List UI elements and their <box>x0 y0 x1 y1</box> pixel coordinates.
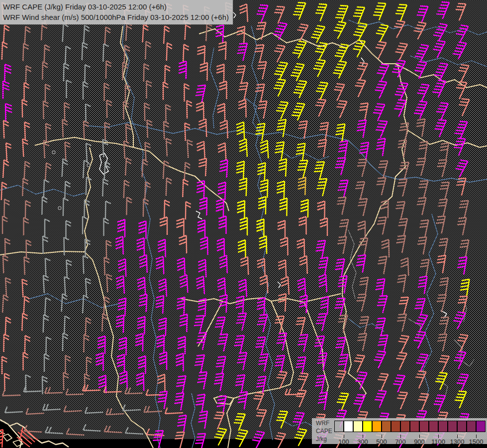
wind-barb <box>158 318 166 336</box>
wind-barb <box>453 80 467 99</box>
legend-label-param: CAPE <box>316 427 332 435</box>
wind-barb <box>213 315 225 335</box>
wind-barb <box>396 295 408 315</box>
legend-tick-value: 500 <box>372 438 391 446</box>
wind-barb <box>393 390 407 409</box>
wind-barb <box>66 388 84 395</box>
wind-barb <box>104 162 110 180</box>
wind-barb <box>414 3 428 23</box>
wind-barb <box>126 124 131 142</box>
wind-barb <box>167 43 172 61</box>
wind-barb <box>296 119 307 138</box>
wind-barb <box>2 42 7 60</box>
wind-barb <box>22 313 27 331</box>
wind-barb <box>43 315 49 333</box>
wind-barb <box>117 298 126 316</box>
legend-tick <box>419 435 420 438</box>
wind-barb <box>293 316 305 335</box>
border-line <box>214 396 234 404</box>
wind-barb <box>454 372 468 391</box>
wind-barb <box>136 373 144 391</box>
wind-barb <box>332 59 346 78</box>
wind-barb <box>219 81 227 99</box>
wind-barb <box>314 239 325 258</box>
wind-barb <box>84 121 89 139</box>
wind-barb <box>300 200 308 218</box>
wind-barb <box>351 392 365 412</box>
wind-barb <box>431 78 446 98</box>
wind-barb <box>106 61 111 79</box>
wind-barb <box>415 196 426 215</box>
wind-barb <box>375 137 385 156</box>
wind-barb <box>395 312 406 332</box>
wind-barb <box>400 258 408 276</box>
wind-barb <box>163 161 169 179</box>
wind-barb <box>372 0 386 20</box>
legend-cell <box>476 421 486 432</box>
wind-barb <box>337 353 348 372</box>
wind-barb <box>200 237 208 255</box>
wind-barb <box>279 198 287 216</box>
wind-barb <box>351 4 365 24</box>
wind-barb <box>3 255 8 273</box>
wind-barb <box>240 257 248 275</box>
wind-barb <box>313 80 328 100</box>
legend-tick-value: 100 <box>334 438 354 446</box>
wind-barb <box>42 62 48 80</box>
wind-barb <box>238 100 246 117</box>
wind-barb <box>414 117 425 136</box>
wind-barb <box>199 63 207 81</box>
wind-barb <box>299 217 306 234</box>
wind-barb <box>434 293 446 312</box>
wind-barb <box>145 41 151 59</box>
wind-barb <box>351 78 366 97</box>
wind-barb <box>232 411 245 431</box>
wind-barb <box>350 353 365 372</box>
wind-barb <box>373 79 387 99</box>
wind-barb <box>63 24 69 42</box>
wind-barb <box>26 375 31 393</box>
wind-barb <box>86 104 91 122</box>
legend-tick-value: 1500 <box>466 438 486 446</box>
wind-barb <box>195 84 205 103</box>
wind-barb <box>23 138 29 156</box>
wind-barb <box>433 61 448 80</box>
legend-tick-value: 700 <box>390 438 410 446</box>
calm-station-circle <box>87 164 90 167</box>
wind-barb <box>436 198 447 217</box>
wind-barb <box>83 256 89 274</box>
wind-barb <box>299 256 307 274</box>
border-line <box>408 130 487 147</box>
wind-barb <box>176 414 186 433</box>
wind-barb <box>45 298 51 316</box>
wind-barb <box>271 4 285 23</box>
wind-barb <box>316 138 326 157</box>
wind-barb <box>392 41 407 60</box>
wind-barb <box>392 350 407 370</box>
wind-barb <box>236 41 247 61</box>
wind-barb <box>414 352 428 371</box>
wind-barb <box>254 2 268 22</box>
wind-barb <box>453 332 468 351</box>
wind-barb <box>2 295 8 313</box>
legend-cell <box>372 421 382 432</box>
wind-barb <box>179 61 187 79</box>
wind-barb <box>197 220 205 238</box>
wind-barb <box>193 314 204 333</box>
wind-barb <box>195 393 205 412</box>
wind-barb <box>164 121 169 139</box>
wind-barb <box>45 84 50 102</box>
wind-barb <box>64 372 69 390</box>
wind-barb <box>414 42 429 62</box>
wind-barb <box>45 427 64 434</box>
wind-barb <box>418 258 429 277</box>
wind-barb <box>4 406 23 413</box>
wind-barb <box>312 97 326 116</box>
wind-barb <box>316 351 327 370</box>
wind-barb <box>278 221 285 238</box>
wind-barb <box>356 118 366 137</box>
wind-barb <box>294 355 305 374</box>
wind-barb <box>179 235 187 253</box>
wind-barb <box>270 43 285 62</box>
legend-cell <box>353 421 363 432</box>
